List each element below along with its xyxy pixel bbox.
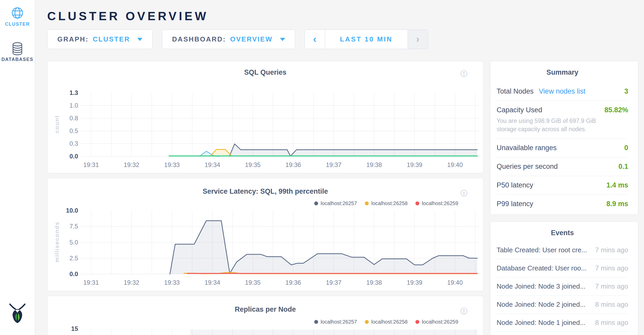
y-tick-label: 1.3 (47, 89, 78, 97)
summary-row: P50 latency1.4 ms (497, 176, 628, 195)
summary-row-label: Capacity Used (497, 106, 542, 114)
chart-title: SQL Queries (47, 68, 483, 76)
y-tick-label: 5.0 (47, 239, 78, 246)
chart-plot-area[interactable] (81, 93, 479, 156)
chart-legend: localhost:26257localhost:26258localhost:… (314, 200, 458, 206)
time-next-button[interactable]: › (408, 30, 428, 49)
y-tick-label: 10.0 (47, 207, 78, 214)
event-time: 8 mins ago (595, 319, 628, 327)
x-tick-label: 19:39 (402, 279, 428, 287)
legend-item[interactable]: localhost:26258 (365, 200, 408, 206)
summary-row-label: Queries per second (497, 163, 558, 171)
event-text: Node Joined: Node 1 joined... (497, 319, 590, 327)
legend-item[interactable]: localhost:26259 (415, 200, 458, 206)
events-title: Events (497, 229, 628, 237)
legend-label: localhost:26259 (422, 319, 458, 325)
summary-row-main: Capacity Used85.82% (497, 106, 628, 114)
summary-row-value: 0.1 (618, 163, 628, 171)
legend-item[interactable]: localhost:26257 (314, 319, 357, 325)
x-tick-label: 19:35 (240, 279, 266, 287)
side-column: Summary Total NodesView nodes list3Capac… (490, 61, 638, 335)
dashboard-dropdown[interactable]: DASHBOARD: OVERVIEW (162, 30, 295, 49)
event-text: Table Created: User root cre... (497, 246, 590, 254)
summary-row-main: P50 latency1.4 ms (497, 181, 628, 189)
chart-title: Service Latency: SQL, 99th percentile (47, 187, 483, 196)
legend-item[interactable]: localhost:26257 (314, 200, 357, 206)
event-text: Node Joined: Node 2 joined... (497, 301, 590, 309)
x-tick-label: 19:35 (240, 161, 266, 169)
event-row[interactable]: Table Created: User root cre...7 mins ag… (497, 241, 628, 259)
event-row[interactable]: Database Created: User roo...7 mins ago (497, 259, 628, 277)
summary-row-value: 3 (624, 87, 628, 95)
event-row[interactable]: Node Joined: Node 1 joined...8 mins ago (497, 314, 628, 332)
chevron-down-icon (280, 38, 285, 41)
legend-dot-icon (314, 201, 318, 205)
view-nodes-link[interactable]: View nodes list (539, 87, 586, 95)
y-tick-label: 7.5 (47, 222, 78, 230)
legend-dot-icon (415, 320, 419, 324)
events-rows: Table Created: User root cre...7 mins ag… (497, 241, 628, 332)
event-time: 7 mins ago (595, 282, 628, 290)
chart-plot-area[interactable] (81, 211, 479, 274)
info-icon[interactable] (460, 190, 468, 197)
legend-label: localhost:26258 (371, 200, 408, 206)
legend-label: localhost:26257 (321, 319, 357, 325)
summary-row-main: Total NodesView nodes list3 (497, 87, 628, 95)
graph-dropdown[interactable]: GRAPH: CLUSTER (47, 30, 153, 49)
graph-dropdown-label: GRAPH: (57, 35, 89, 43)
sidebar-item-databases[interactable]: DATABASES (0, 42, 35, 62)
controls-bar: GRAPH: CLUSTER DASHBOARD: OVERVIEW ‹ LAS… (47, 30, 644, 49)
database-icon (11, 42, 24, 54)
summary-row-label: P50 latency (497, 181, 533, 189)
y-tick-label: 0.5 (47, 127, 78, 135)
content-area: SQL Queriescount1.31.00.80.50.30.019:311… (47, 61, 644, 335)
summary-row: Unavailable ranges0 (497, 139, 628, 157)
x-tick-label: 19:34 (199, 161, 225, 169)
dashboard-dropdown-value: OVERVIEW (230, 35, 273, 43)
time-range-selector: ‹ LAST 10 MIN › (305, 30, 428, 49)
chevron-down-icon (137, 38, 142, 41)
y-tick-label: 1.0 (47, 102, 78, 109)
sidebar-item-cluster[interactable]: CLUSTER (0, 7, 35, 27)
summary-row-label: P99 latency (497, 200, 533, 208)
y-tick-label: 0.0 (47, 270, 78, 278)
y-tick-label: 15 (47, 325, 78, 333)
cockroach-logo[interactable] (0, 302, 35, 324)
summary-row-label: Unavailable ranges (497, 144, 557, 152)
summary-row-value: 0 (624, 144, 628, 152)
summary-title: Summary (497, 68, 628, 76)
x-tick-label: 19:32 (119, 279, 145, 287)
x-tick-label: 19:37 (321, 161, 347, 169)
info-icon[interactable] (460, 308, 468, 315)
sidebar-item-label: DATABASES (2, 57, 33, 62)
graph-dropdown-value: CLUSTER (93, 35, 130, 43)
sidebar-item-label: CLUSTER (5, 22, 30, 27)
legend-dot-icon (314, 320, 318, 324)
chart-plot-area[interactable] (81, 329, 479, 335)
time-range-label[interactable]: LAST 10 MIN (325, 30, 408, 49)
legend-item[interactable]: localhost:26258 (365, 319, 408, 325)
legend-item[interactable]: localhost:26259 (415, 319, 458, 325)
time-prev-button[interactable]: ‹ (305, 30, 325, 49)
summary-row-main: P99 latency8.9 ms (497, 200, 628, 208)
x-tick-label: 19:39 (402, 161, 428, 169)
info-icon[interactable] (460, 70, 468, 77)
summary-row: Capacity Used85.82%You are using 598.9 G… (497, 101, 628, 139)
summary-row-value: 85.82% (604, 106, 628, 114)
event-row[interactable]: Node Joined: Node 3 joined...7 mins ago (497, 277, 628, 296)
event-time: 8 mins ago (595, 301, 628, 309)
event-row[interactable]: Node Joined: Node 2 joined...8 mins ago (497, 296, 628, 314)
summary-row: P99 latency8.9 ms (497, 195, 628, 213)
globe-icon (11, 7, 24, 19)
x-tick-label: 19:33 (159, 279, 185, 287)
event-text: Database Created: User roo... (497, 264, 590, 272)
x-tick-label: 19:37 (321, 279, 347, 287)
summary-row-value: 1.4 ms (606, 181, 628, 189)
main-content: CLUSTER OVERVIEW GRAPH: CLUSTER DASHBOAR… (35, 0, 644, 335)
sidebar: CLUSTER DATABASES (0, 0, 35, 335)
events-panel: Events Table Created: User root cre...7 … (490, 221, 638, 335)
chart-panel-replicas-per-node: Replicas per Nodelocalhost:26257localhos… (47, 296, 483, 335)
legend-dot-icon (365, 320, 369, 324)
x-tick-label: 19:31 (78, 279, 104, 287)
y-tick-label: 0.8 (47, 114, 78, 122)
